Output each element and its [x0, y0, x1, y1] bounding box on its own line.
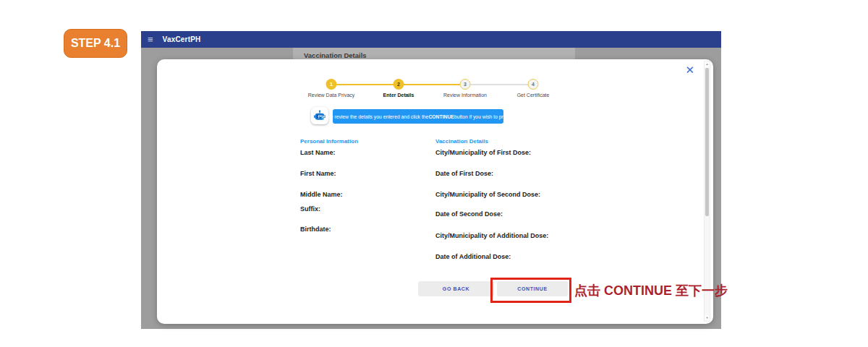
stepper-connector [465, 84, 533, 85]
field-date-first-dose: Date of First Dose: [435, 170, 493, 177]
stepper-connector [399, 84, 465, 85]
step-circle-2: 2 [393, 79, 404, 90]
step-label-get-certificate: Get Certificate [517, 93, 550, 98]
continue-highlight-rect [490, 278, 571, 303]
hamburger-menu-icon[interactable]: ≡ [148, 35, 153, 44]
assistant-message: Please review the details you entered an… [318, 114, 429, 119]
scrollbar-down-icon[interactable]: ▼ [705, 315, 710, 321]
app-title: VaxCertPH [163, 35, 201, 43]
assistant-message-banner: Please review the details you entered an… [333, 109, 503, 124]
step-circle-1: 1 [326, 79, 337, 90]
field-date-second-dose: Date of Second Dose: [435, 210, 503, 218]
field-city-second-dose: City/Municipality of Second Dose: [435, 191, 540, 198]
field-first-name: First Name: [300, 170, 336, 177]
go-back-button[interactable]: GO BACK [418, 281, 494, 296]
app-header: ≡ VaxCertPH [141, 31, 721, 48]
step-badge: STEP 4.1 [64, 29, 127, 58]
field-city-additional-dose: City/Municipality of Additional Dose: [435, 232, 548, 239]
field-city-first-dose: City/Municipality of First Dose: [435, 149, 531, 156]
page: STEP 4.1 ≡ VaxCertPH Vaccination Details… [0, 0, 868, 347]
progress-stepper: 1 2 3 4 Review Data Privacy Enter Detail… [157, 59, 713, 103]
field-middle-name: Middle Name: [300, 191, 343, 198]
field-birthdate: Birthdate: [300, 226, 331, 233]
field-date-additional-dose: Date of Additional Dose: [435, 253, 511, 260]
instruction-note: 点击 CONTINUE 至下一步 [574, 282, 728, 299]
vaccination-details-title: Vaccination Details [435, 138, 488, 145]
step-label-review-information: Review Information [443, 93, 487, 98]
stepper-connector [331, 84, 399, 85]
step-circle-3: 3 [460, 79, 471, 90]
step-circle-4: 4 [528, 79, 539, 90]
assistant-message-suffix: button if you wish to proceed. [454, 114, 518, 119]
scrollbar-thumb[interactable] [705, 68, 709, 216]
field-last-name: Last Name: [300, 149, 336, 156]
field-suffix: Suffix: [300, 205, 320, 213]
assistant-message-bold: CONTINUE [428, 114, 454, 119]
step-label-review-data-privacy: Review Data Privacy [308, 93, 355, 98]
scrollbar-up-icon[interactable]: ▲ [705, 61, 710, 67]
step-label-enter-details: Enter Details [383, 93, 414, 98]
background-section-title: Vaccination Details [304, 51, 367, 59]
personal-information-title: Personal Information [300, 138, 358, 145]
